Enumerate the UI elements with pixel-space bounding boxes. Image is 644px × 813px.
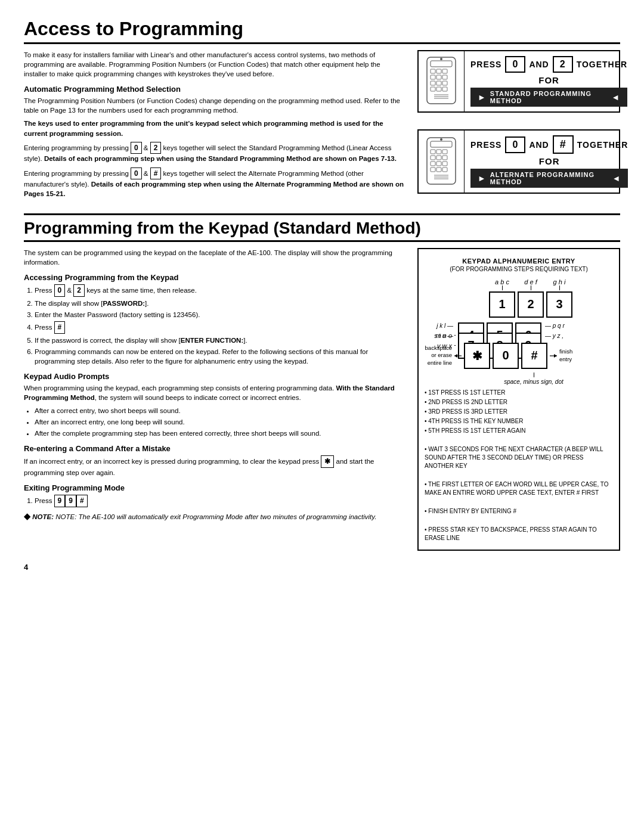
info-0: • 1ST PRESS IS 1ST LETTER <box>425 389 613 397</box>
exit-step-1: Press 99# <box>35 495 405 507</box>
svg-rect-5 <box>431 75 435 79</box>
info-2: • 3RD PRESS IS 3RD LETTER <box>425 408 613 416</box>
mno-label: m n o <box>425 332 454 339</box>
svg-rect-6 <box>436 75 441 79</box>
info-4: • 5TH PRESS IS 1ST LETTER AGAIN <box>425 427 613 435</box>
exit-key-hash: # <box>76 495 88 507</box>
auto-programming-title: Automatic Programming Method Selection <box>24 85 405 94</box>
standard-prog-box: PRESS 0 AND 2 TOGETHER FOR ► STANDARD PR… <box>417 50 620 113</box>
key-star[interactable]: ✱ <box>464 343 490 369</box>
bullet-2: After an incorrect entry, one long beep … <box>35 417 405 427</box>
svg-rect-31 <box>442 167 447 172</box>
device-image-2 <box>419 131 465 193</box>
reenter-key-star: ✱ <box>321 455 334 468</box>
step4-keyhash: # <box>54 321 66 334</box>
keypad-info: • 1ST PRESS IS 1ST LETTER • 2ND PRESS IS… <box>425 389 613 542</box>
svg-rect-23 <box>431 156 435 160</box>
abc-label-1: a b c <box>488 278 516 286</box>
key-0[interactable]: 0 <box>493 343 519 369</box>
info-3: • 4TH PRESS IS THE KEY NUMBER <box>425 417 613 426</box>
svg-rect-29 <box>431 167 435 172</box>
finish-label: finishentry <box>557 348 572 363</box>
keypad-device-svg-1 <box>422 56 460 107</box>
auto-p4: Entering programming by pressing 0 & # k… <box>24 167 405 199</box>
key-0-box1: 0 <box>131 142 142 154</box>
std-key-2: 2 <box>553 56 573 73</box>
keypad-header: KEYPAD ALPHANUMERIC ENTRY <box>425 257 613 265</box>
info-8: • PRESS STAR KEY TO BACKSPACE, PRESS STA… <box>425 526 613 542</box>
svg-rect-3 <box>436 69 441 73</box>
alt-key-0: 0 <box>505 136 525 153</box>
key-hash-bottom[interactable]: # <box>521 343 547 369</box>
press-row-1: PRESS 0 AND 2 TOGETHER <box>470 56 627 73</box>
keypad-audio-p: When programming using the keypad, each … <box>24 383 405 402</box>
auto-p1: The Programming Position Numbers (or Fun… <box>24 96 405 115</box>
step1-key0: 0 <box>54 284 66 297</box>
exit-note: ◆ NOTE: NOTE: The AE-100 will automatica… <box>24 511 405 523</box>
svg-marker-37 <box>454 354 457 358</box>
section2-intro: The system can be programmed using the k… <box>24 248 405 267</box>
keypad-device-svg-2 <box>422 136 460 187</box>
info-6: • THE FIRST LETTER OF EACH WORD WILL BE … <box>425 480 613 497</box>
step-3: Enter the Master Password (factory setti… <box>35 310 405 319</box>
alt-key-hash: # <box>553 135 574 154</box>
svg-rect-27 <box>436 162 441 166</box>
page-title2: Programming from the Keypad (Standard Me… <box>24 213 620 242</box>
svg-point-35 <box>440 138 442 141</box>
abc-label-3: g h i <box>545 278 574 286</box>
arrow-left-icon: ◄ <box>611 92 620 102</box>
key-0-box2: 0 <box>131 167 142 180</box>
intro-text: To make it easy for installers familiar … <box>24 50 405 79</box>
standard-method-banner: ► STANDARD PROGRAMMING METHOD ◄ <box>470 88 627 107</box>
svg-rect-26 <box>431 162 435 166</box>
std-key-0: 0 <box>505 56 525 73</box>
arrow-right-icon-2: ► <box>478 173 487 183</box>
auto-p3: Entering programming by pressing 0 & 2 k… <box>24 142 405 164</box>
svg-rect-13 <box>442 87 447 91</box>
keypad-audio-title: Keypad Audio Prompts <box>24 372 405 381</box>
svg-rect-11 <box>431 87 435 91</box>
bullet-1: After a correct entry, two short beeps w… <box>35 406 405 415</box>
svg-rect-22 <box>442 150 447 154</box>
bullet-3: After the complete programming step has … <box>35 429 405 438</box>
space-label: space, minus sign, dot <box>425 378 613 385</box>
keypad-row-1: 1 2 3 <box>425 290 613 319</box>
reenter-title: Re-entering a Command After a Mistake <box>24 444 405 453</box>
svg-rect-8 <box>431 81 435 85</box>
alternate-prog-box: PRESS 0 AND # TOGETHER FOR ► ALTERNATE P… <box>417 129 620 194</box>
info-7: • FINISH ENTRY BY ENTERING # <box>425 507 613 516</box>
press-row-2: PRESS 0 AND # TOGETHER <box>470 135 628 154</box>
exit-steps-list: Press 99# <box>35 495 405 507</box>
arrow-right-row4 <box>549 352 557 359</box>
svg-rect-1 <box>431 61 452 67</box>
standard-box-content: PRESS 0 AND 2 TOGETHER FOR ► STANDARD PR… <box>465 51 633 111</box>
svg-rect-19 <box>431 141 452 147</box>
access-steps-list: Press 0 & 2 keys at the same time, then … <box>35 284 405 366</box>
key-1[interactable]: 1 <box>489 291 515 318</box>
key-2[interactable]: 2 <box>518 291 544 318</box>
step-6: Programming commands can now be entered … <box>35 347 405 366</box>
svg-rect-24 <box>436 156 441 160</box>
svg-point-17 <box>440 58 442 60</box>
page-number: 4 <box>24 563 620 572</box>
for-label-1: FOR <box>538 75 559 85</box>
abc-label-2: d e f <box>516 278 545 286</box>
svg-rect-25 <box>442 156 447 160</box>
alternate-method-banner: ► ALTERNATE PROGRAMMING METHOD ◄ <box>470 169 628 188</box>
svg-rect-21 <box>436 150 441 154</box>
audio-bullets: After a correct entry, two short beeps w… <box>35 406 405 438</box>
key-hash-box2: # <box>150 167 162 180</box>
step-5: If the password is correct, the display … <box>35 336 405 345</box>
key-3[interactable]: 3 <box>546 291 572 318</box>
svg-rect-10 <box>442 81 447 85</box>
step-1: Press 0 & 2 keys at the same time, then … <box>35 284 405 297</box>
keypad-diagram: KEYPAD ALPHANUMERIC ENTRY (FOR PROGRAMMI… <box>417 248 620 551</box>
svg-rect-12 <box>436 87 441 91</box>
exit-key-9b: 9 <box>65 495 76 507</box>
device-image-1 <box>419 51 465 111</box>
arrow-left-row4 <box>454 352 463 359</box>
abc-lines <box>425 286 613 290</box>
step-4: Press # <box>35 321 405 334</box>
info-5: • WAIT 3 SECONDS FOR THE NEXT CHARACTER … <box>425 445 613 470</box>
keypad-subheader: (FOR PROGRAMMING STEPS REQUIRING TEXT) <box>425 266 613 272</box>
